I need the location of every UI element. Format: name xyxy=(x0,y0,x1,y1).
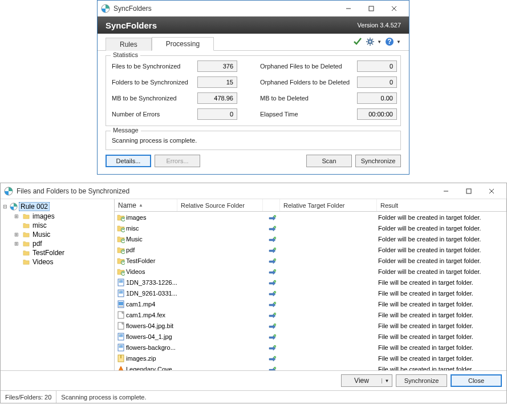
banner: SyncFolders Version 3.4.527 xyxy=(98,17,409,34)
svg-rect-26 xyxy=(369,6,374,11)
sort-asc-icon: ▲ xyxy=(139,203,143,208)
list-rows[interactable]: imagesFolder will be created in target f… xyxy=(115,212,506,370)
tree-item[interactable]: ⊞Music xyxy=(2,230,113,239)
row-name: Legendary Cove... xyxy=(126,366,179,371)
banner-title: SyncFolders xyxy=(106,21,358,30)
list-row[interactable]: miscFolder will be created in target fol… xyxy=(115,223,506,233)
list-row[interactable]: imagesFolder will be created in target f… xyxy=(115,212,506,223)
row-result: File will be created in target folder. xyxy=(378,301,506,308)
row-result: File will be created in target folder. xyxy=(378,344,506,351)
row-result: Folder will be created in target folder. xyxy=(378,268,506,275)
svg-rect-30 xyxy=(467,189,471,193)
status-count: Files/Folders: 20 xyxy=(1,391,56,403)
list-row[interactable]: pdfFolder will be created in target fold… xyxy=(115,244,506,255)
list-row[interactable]: cam1.mp4File will be created in target f… xyxy=(115,298,506,309)
row-name: cam1.mp4.fex xyxy=(126,312,179,318)
tree-item[interactable]: ⊞images xyxy=(2,212,113,221)
tree-root-label[interactable]: Rule 002 xyxy=(19,202,50,211)
list-row[interactable]: 1DN_9261-0331...File will be created in … xyxy=(115,288,506,298)
app-icon xyxy=(101,4,110,13)
list-row[interactable]: images.zipFile will be created in target… xyxy=(115,353,506,364)
list-row[interactable]: flowers-backgro...File will be created i… xyxy=(115,342,506,353)
sync-arrow-icon xyxy=(269,301,277,307)
row-result: File will be created in target folder. xyxy=(378,322,506,329)
column-result[interactable]: Result xyxy=(377,199,506,211)
list-row[interactable]: cam1.mp4.fexFile will be created in targ… xyxy=(115,309,506,320)
help-icon[interactable] xyxy=(385,37,394,46)
folder-icon xyxy=(22,249,30,256)
tab-rules[interactable]: Rules xyxy=(106,38,152,51)
close-button[interactable] xyxy=(480,184,503,199)
list-row[interactable]: Legendary Cove...File will be created in… xyxy=(115,364,506,370)
errors-button[interactable]: Errors... xyxy=(155,155,200,167)
sync-arrow-icon xyxy=(269,290,277,296)
tree-item[interactable]: misc xyxy=(2,221,113,230)
view-button[interactable]: View▼ xyxy=(341,374,392,387)
file-icon xyxy=(117,322,125,330)
collapse-icon[interactable]: ⊟ xyxy=(3,204,9,209)
folder-icon xyxy=(22,222,30,229)
help-dropdown-icon[interactable]: ▼ xyxy=(396,39,401,45)
synchronize-button[interactable]: Synchronize xyxy=(396,374,447,387)
orphaned-folders-value: 0 xyxy=(357,76,397,88)
expand-icon[interactable]: ⊞ xyxy=(14,232,20,237)
maximize-button[interactable] xyxy=(360,1,383,16)
tree-root[interactable]: ⊟ Rule 002 xyxy=(2,201,113,212)
sync-arrow-icon xyxy=(269,236,277,242)
column-source[interactable]: Relative Source Folder xyxy=(177,199,263,211)
tab-processing[interactable]: Processing xyxy=(152,37,214,51)
close-button[interactable] xyxy=(383,1,405,16)
synchronize-button[interactable]: Synchronize xyxy=(355,155,401,167)
tree-item-label: Videos xyxy=(33,258,53,266)
tree-item-label: images xyxy=(33,212,55,220)
message-group: Message Scanning process is complete. xyxy=(106,131,401,150)
column-name[interactable]: Name▲ xyxy=(115,199,177,211)
minimize-button[interactable] xyxy=(337,1,360,16)
tree-item[interactable]: Videos xyxy=(2,257,113,266)
column-action[interactable] xyxy=(263,199,280,211)
gear-icon[interactable] xyxy=(366,37,375,46)
sync-arrow-icon xyxy=(269,312,277,318)
check-icon[interactable] xyxy=(353,37,362,46)
statistics-title: Statistics xyxy=(111,51,140,58)
column-target[interactable]: Relative Target Folder xyxy=(280,199,377,211)
folder-icon xyxy=(117,213,125,221)
list-row[interactable]: flowers-04_1.jpgFile will be created in … xyxy=(115,331,506,342)
tab-bar: Rules Processing ▼ ▼ xyxy=(98,34,409,51)
sync-arrow-icon xyxy=(269,280,277,285)
title-bar: SyncFolders xyxy=(98,1,409,17)
list-row[interactable]: TestFolderFolder will be created in targ… xyxy=(115,255,506,266)
row-name: flowers-backgro... xyxy=(126,344,179,351)
sync-arrow-icon xyxy=(269,356,277,361)
close-button[interactable]: Close xyxy=(451,374,502,387)
tree-item[interactable]: TestFolder xyxy=(2,248,113,257)
image-icon xyxy=(117,333,125,341)
expand-icon[interactable]: ⊞ xyxy=(14,241,20,247)
scan-button[interactable]: Scan xyxy=(306,155,352,167)
file-icon xyxy=(117,311,125,319)
dropdown-icon[interactable]: ▼ xyxy=(382,378,392,383)
row-result: Folder will be created in target folder. xyxy=(378,247,506,253)
maximize-button[interactable] xyxy=(457,184,480,199)
list-row[interactable]: flowers-04.jpg.bitFile will be created i… xyxy=(115,320,506,331)
video-icon xyxy=(117,300,125,308)
syncfolders-main-window: SyncFolders SyncFolders Version 3.4.527 … xyxy=(97,0,409,175)
tree-item-label: TestFolder xyxy=(33,249,64,257)
tree-item-label: Music xyxy=(33,231,50,239)
row-name: cam1.mp4 xyxy=(126,301,179,308)
sync-arrow-icon xyxy=(269,323,277,329)
minimize-button[interactable] xyxy=(435,184,457,199)
list-row[interactable]: 1DN_3733-1226...File will be created in … xyxy=(115,277,506,288)
folder-icon xyxy=(22,259,30,265)
sync-arrow-icon xyxy=(269,258,277,264)
row-result: File will be created in target folder. xyxy=(378,290,506,297)
sync-arrow-icon xyxy=(269,366,277,371)
list-row[interactable]: MusicFolder will be created in target fo… xyxy=(115,233,506,244)
expand-icon[interactable]: ⊞ xyxy=(14,213,20,219)
details-button[interactable]: Details... xyxy=(106,155,151,167)
sync-arrow-icon xyxy=(269,345,277,350)
list-row[interactable]: VideosFolder will be created in target f… xyxy=(115,266,506,277)
tree-item[interactable]: ⊞pdf xyxy=(2,239,113,248)
zip-icon xyxy=(117,354,125,362)
gear-dropdown-icon[interactable]: ▼ xyxy=(377,39,382,45)
